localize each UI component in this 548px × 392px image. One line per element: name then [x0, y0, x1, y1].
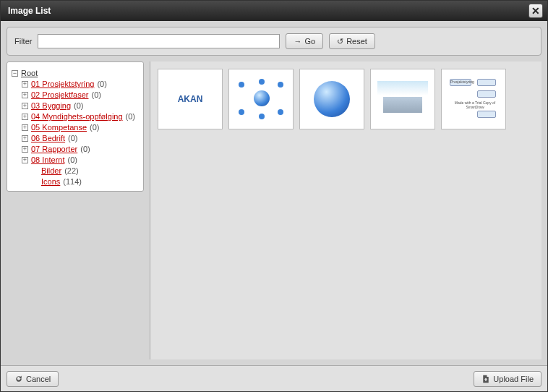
titlebar: Image List ✕ — [1, 1, 547, 21]
close-button[interactable]: ✕ — [528, 4, 543, 18]
tree-item-count: (0) — [91, 90, 100, 101]
image-list-dialog: Image List ✕ Filter → Go ↺ Reset − Root — [0, 0, 548, 392]
cancel-button-label: Cancel — [26, 375, 51, 383]
dialog-body: − Root +01 Prosjektstyring (0) +02 Prosj… — [7, 61, 541, 359]
tree-item-label[interactable]: 04 Myndighets-oppfølging — [31, 111, 123, 122]
reset-button-label: Reset — [346, 37, 367, 46]
flowchart-icon: Prosjektstyring Made with a Trial Copy o… — [448, 77, 499, 121]
tree-item-label[interactable]: 05 Kompetanse — [31, 122, 87, 133]
tree-item[interactable]: +01 Prosjektstyring (0) — [22, 79, 139, 90]
expand-icon[interactable]: + — [22, 157, 28, 163]
tree-item-count: (22) — [64, 166, 79, 176]
tree-item-label[interactable]: 02 Prosjektfaser — [31, 90, 88, 101]
building-icon — [377, 81, 428, 117]
upload-file-button[interactable]: Upload File — [474, 371, 541, 387]
thumbnail-network[interactable] — [228, 69, 294, 129]
tree-item[interactable]: +02 Prosjektfaser (0) — [22, 90, 139, 101]
close-icon: ✕ — [531, 5, 540, 17]
cancel-icon — [14, 375, 23, 383]
tree-item-count: (0) — [68, 133, 77, 144]
tree-item-count: (0) — [74, 101, 83, 111]
thumbnail-akan[interactable]: AKAN — [158, 69, 223, 129]
expand-icon[interactable]: + — [22, 103, 28, 109]
folder-tree-panel: − Root +01 Prosjektstyring (0) +02 Prosj… — [7, 61, 144, 192]
akan-logo: AKAN — [178, 94, 203, 104]
tree-item-label[interactable]: 06 Bedrift — [31, 133, 65, 144]
reset-button[interactable]: ↺ Reset — [329, 33, 375, 49]
reset-icon: ↺ — [337, 37, 343, 46]
spacer-icon — [32, 168, 38, 174]
expand-icon[interactable]: + — [22, 92, 28, 98]
tree-root[interactable]: − Root — [12, 68, 139, 79]
tree-item[interactable]: Bilder (22) — [32, 166, 139, 176]
spacer-icon — [32, 179, 38, 185]
upload-icon — [481, 375, 490, 383]
dialog-title: Image List — [8, 6, 528, 16]
thumbnail-flowchart[interactable]: Prosjektstyring Made with a Trial Copy o… — [441, 69, 506, 129]
tree-item-label[interactable]: 07 Rapporter — [31, 144, 77, 155]
tree-item[interactable]: +05 Kompetanse (0) — [22, 122, 139, 133]
tree-item-label[interactable]: Icons — [41, 176, 60, 187]
filter-bar: Filter → Go ↺ Reset — [7, 27, 541, 56]
tree-item[interactable]: +04 Myndighets-oppfølging (0) — [22, 111, 139, 122]
tree-item-count: (114) — [63, 176, 82, 187]
filter-input[interactable] — [38, 34, 280, 48]
thumbnail-building[interactable] — [370, 69, 435, 129]
tree-item-count: (0) — [126, 111, 135, 122]
expand-icon[interactable]: + — [22, 135, 28, 142]
thumbnail-area: AKAN Prosjek — [150, 61, 541, 359]
tree-item-label[interactable]: Bilder — [41, 166, 61, 176]
go-button-label: Go — [304, 37, 315, 46]
tree-item-count: (0) — [80, 144, 90, 155]
network-icon — [236, 77, 286, 121]
upload-button-label: Upload File — [493, 375, 534, 383]
folder-tree: − Root +01 Prosjektstyring (0) +02 Prosj… — [12, 68, 139, 187]
tree-item[interactable]: +06 Bedrift (0) — [22, 133, 139, 144]
tree-item[interactable]: +03 Bygging (0) — [22, 101, 139, 111]
cancel-button[interactable]: Cancel — [7, 371, 59, 387]
arrow-right-icon: → — [294, 37, 301, 46]
tree-item-label[interactable]: 03 Bygging — [31, 101, 71, 111]
expand-icon[interactable]: + — [22, 81, 28, 88]
dialog-footer: Cancel Upload File — [1, 365, 547, 391]
thumbnail-globe[interactable] — [299, 69, 364, 129]
go-button[interactable]: → Go — [286, 33, 323, 49]
expand-icon[interactable]: + — [22, 114, 28, 120]
tree-item-count: (0) — [67, 155, 77, 166]
tree-item-label[interactable]: 08 Internt — [31, 155, 64, 166]
tree-item-count: (0) — [90, 122, 99, 133]
tree-item[interactable]: +08 Internt (0) — [22, 155, 139, 166]
collapse-icon[interactable]: − — [12, 70, 18, 77]
tree-root-label[interactable]: Root — [21, 68, 38, 79]
expand-icon[interactable]: + — [22, 124, 28, 131]
globe-icon — [314, 81, 350, 117]
tree-item[interactable]: Icons (114) — [32, 176, 139, 187]
tree-item-label[interactable]: 01 Prosjektstyring — [31, 79, 94, 90]
tree-item[interactable]: +07 Rapporter (0) — [22, 144, 139, 155]
tree-item-count: (0) — [97, 79, 106, 90]
filter-label: Filter — [14, 37, 32, 46]
expand-icon[interactable]: + — [22, 146, 28, 153]
